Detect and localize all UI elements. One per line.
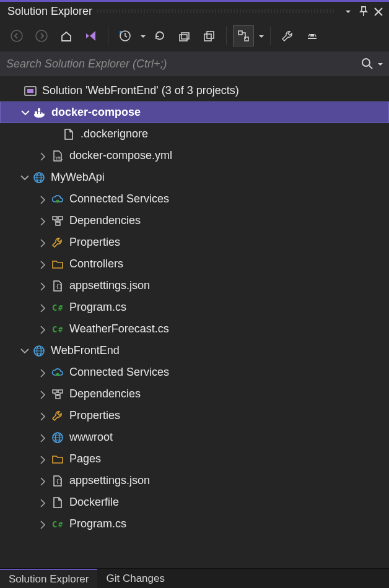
view-hierarchy-button[interactable] bbox=[233, 25, 254, 46]
csharp-icon bbox=[51, 322, 64, 336]
expander-icon[interactable] bbox=[19, 345, 30, 357]
expander-icon[interactable] bbox=[37, 259, 48, 270]
file-icon bbox=[62, 128, 76, 141]
expander-icon[interactable] bbox=[19, 107, 30, 118]
web-project-icon bbox=[32, 344, 46, 358]
file-label: Dockerfile bbox=[69, 496, 389, 509]
dependencies-icon bbox=[51, 387, 64, 401]
search-button[interactable] bbox=[358, 54, 377, 73]
expander-icon[interactable] bbox=[37, 519, 48, 530]
expander-icon[interactable] bbox=[37, 497, 48, 508]
filter-dropdown[interactable] bbox=[139, 33, 146, 39]
toolbar-separator bbox=[108, 27, 108, 45]
close-button[interactable] bbox=[370, 4, 385, 19]
expander-icon[interactable] bbox=[37, 475, 48, 486]
search-options-dropdown[interactable] bbox=[377, 61, 383, 67]
show-all-files-button[interactable] bbox=[199, 25, 220, 46]
file-label: docker-compose.yml bbox=[69, 149, 389, 162]
project-mywebapi[interactable]: MyWebApi bbox=[0, 166, 389, 188]
file-label: Program.cs bbox=[69, 517, 389, 530]
pin-button[interactable] bbox=[356, 4, 370, 19]
toolbar-separator bbox=[270, 27, 271, 45]
file-label: .dockerignore bbox=[81, 128, 389, 141]
expander-icon[interactable] bbox=[37, 454, 48, 465]
file-dockerignore[interactable]: .dockerignore bbox=[0, 123, 389, 145]
tab-solution-explorer[interactable]: Solution Explorer bbox=[0, 569, 97, 588]
node-label: Dependencies bbox=[69, 387, 389, 400]
solution-node[interactable]: Solution 'WebFrontEnd' (3 of 3 projects) bbox=[0, 80, 389, 102]
folder-icon bbox=[51, 257, 64, 271]
expander-icon[interactable] bbox=[19, 172, 30, 183]
tab-git-changes[interactable]: Git Changes bbox=[97, 569, 173, 588]
expander-icon[interactable] bbox=[37, 367, 48, 378]
expander-icon[interactable] bbox=[37, 410, 48, 422]
expander-icon[interactable] bbox=[37, 324, 48, 335]
node-connected-services[interactable]: Connected Services bbox=[0, 361, 389, 383]
expander-icon[interactable] bbox=[37, 194, 48, 205]
nav-back-button[interactable] bbox=[6, 25, 27, 46]
project-label: MyWebApi bbox=[51, 171, 389, 184]
tab-label: Git Changes bbox=[106, 573, 165, 585]
panel-title: Solution Explorer bbox=[7, 5, 92, 18]
expander-icon[interactable] bbox=[37, 237, 48, 248]
dependencies-icon bbox=[51, 214, 64, 228]
file-dockerfile[interactable]: Dockerfile bbox=[0, 491, 389, 513]
file-program-cs[interactable]: Program.cs bbox=[0, 513, 389, 535]
project-label: WebFrontEnd bbox=[51, 344, 389, 357]
folder-controllers[interactable]: Controllers bbox=[0, 253, 389, 275]
solution-label: Solution 'WebFrontEnd' (3 of 3 projects) bbox=[42, 84, 389, 97]
globe-icon bbox=[51, 431, 64, 444]
csharp-icon bbox=[51, 301, 64, 314]
solution-icon bbox=[24, 84, 37, 98]
file-weatherforecast-cs[interactable]: WeatherForecast.cs bbox=[0, 318, 389, 340]
folder-wwwroot[interactable]: wwwroot bbox=[0, 426, 389, 448]
node-label: Properties bbox=[69, 409, 389, 422]
window-menu-button[interactable] bbox=[341, 4, 356, 19]
switch-views-button[interactable] bbox=[81, 25, 102, 46]
search-input[interactable] bbox=[6, 58, 358, 71]
node-dependencies[interactable]: Dependencies bbox=[0, 383, 389, 405]
node-label: Dependencies bbox=[69, 214, 389, 227]
web-project-icon bbox=[32, 171, 46, 184]
properties-button[interactable] bbox=[277, 25, 298, 46]
titlebar: Solution Explorer bbox=[0, 2, 389, 20]
expander-icon[interactable] bbox=[37, 302, 48, 313]
expander-icon[interactable] bbox=[37, 280, 48, 292]
file-appsettings[interactable]: appsettings.json bbox=[0, 275, 389, 296]
node-label: Connected Services bbox=[69, 192, 389, 205]
node-connected-services[interactable]: Connected Services bbox=[0, 188, 389, 210]
docker-icon bbox=[33, 106, 46, 119]
preview-button[interactable] bbox=[302, 25, 323, 46]
file-program-cs[interactable]: Program.cs bbox=[0, 296, 389, 318]
collapse-all-button[interactable] bbox=[174, 25, 195, 46]
file-docker-compose-yml[interactable]: docker-compose.yml bbox=[0, 145, 389, 166]
cloud-icon bbox=[51, 366, 64, 379]
yaml-icon bbox=[51, 149, 64, 163]
expander-icon[interactable] bbox=[37, 150, 48, 162]
expander-icon[interactable] bbox=[37, 389, 48, 400]
node-label: Connected Services bbox=[69, 366, 389, 379]
folder-label: Pages bbox=[69, 452, 389, 465]
expander-icon[interactable] bbox=[37, 432, 48, 443]
expander-icon[interactable] bbox=[37, 215, 48, 227]
node-dependencies[interactable]: Dependencies bbox=[0, 210, 389, 231]
nav-forward-button[interactable] bbox=[31, 25, 52, 46]
node-properties[interactable]: Properties bbox=[0, 231, 389, 253]
view-dropdown[interactable] bbox=[258, 33, 264, 39]
file-appsettings[interactable]: appsettings.json bbox=[0, 470, 389, 491]
json-icon bbox=[51, 279, 64, 293]
project-webfrontend[interactable]: WebFrontEnd bbox=[0, 340, 389, 361]
file-label: appsettings.json bbox=[69, 474, 389, 487]
home-button[interactable] bbox=[56, 25, 77, 46]
pending-changes-filter-button[interactable] bbox=[115, 25, 136, 46]
tab-label: Solution Explorer bbox=[9, 573, 89, 586]
json-icon bbox=[51, 474, 64, 488]
node-properties[interactable]: Properties bbox=[0, 405, 389, 426]
sync-button[interactable] bbox=[149, 25, 170, 46]
folder-pages[interactable]: Pages bbox=[0, 448, 389, 470]
folder-label: wwwroot bbox=[69, 431, 389, 444]
project-docker-compose[interactable]: docker-compose bbox=[0, 102, 389, 123]
titlebar-grip[interactable] bbox=[97, 9, 336, 13]
solution-tree[interactable]: Solution 'WebFrontEnd' (3 of 3 projects)… bbox=[0, 76, 389, 568]
search-bar bbox=[0, 51, 389, 76]
